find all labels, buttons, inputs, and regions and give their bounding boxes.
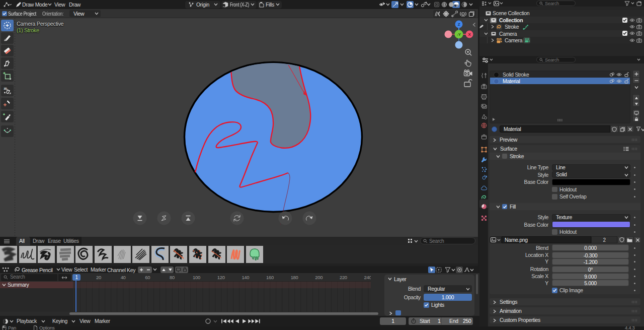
svg-text:Z: Z [458,22,460,27]
svg-text:2D: 2D [4,87,8,90]
svg-text:-Y: -Y [457,32,461,37]
